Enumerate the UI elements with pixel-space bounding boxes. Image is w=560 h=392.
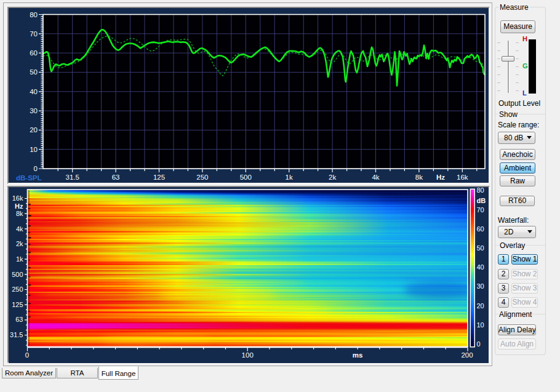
svg-text:20: 20 [30,126,38,134]
svg-text:30: 30 [477,282,484,290]
svg-text:2k: 2k [329,174,336,181]
svg-text:125: 125 [153,174,165,181]
svg-text:0: 0 [34,165,38,172]
svg-text:250: 250 [12,286,23,293]
svg-text:31.5: 31.5 [10,331,23,338]
svg-text:dB: dB [477,197,486,204]
svg-text:16k: 16k [457,174,468,181]
svg-text:63: 63 [112,174,120,181]
svg-text:80: 80 [30,11,38,18]
svg-text:8k: 8k [415,174,423,181]
svg-text:1k: 1k [286,174,293,181]
svg-text:4k: 4k [372,174,379,181]
svg-text:30: 30 [30,107,38,114]
svg-text:Hz: Hz [15,202,23,210]
svg-text:500: 500 [12,271,23,278]
svg-text:100: 100 [242,351,254,359]
svg-text:63: 63 [15,316,23,323]
svg-text:Hz: Hz [436,174,445,181]
svg-text:ms: ms [353,351,363,359]
svg-text:50: 50 [30,68,38,76]
svg-text:50: 50 [477,244,484,252]
svg-text:250: 250 [196,174,208,181]
svg-text:0: 0 [477,340,481,348]
svg-text:8k: 8k [16,210,23,217]
svg-text:16k: 16k [12,194,23,202]
svg-text:dB-SPL: dB-SPL [16,174,42,182]
svg-text:0: 0 [25,351,29,359]
svg-text:1k: 1k [16,255,23,263]
svg-text:60: 60 [477,225,484,233]
svg-text:4k: 4k [16,225,23,233]
svg-text:70: 70 [477,206,484,214]
svg-text:70: 70 [30,30,38,38]
svg-text:60: 60 [30,49,38,57]
svg-text:2k: 2k [16,240,23,247]
svg-text:125: 125 [12,301,23,308]
svg-text:40: 40 [30,88,38,95]
svg-text:20: 20 [477,302,484,310]
svg-text:40: 40 [477,263,484,271]
svg-text:500: 500 [240,174,252,181]
svg-text:10: 10 [30,146,38,153]
svg-text:10: 10 [477,321,484,329]
svg-text:31.5: 31.5 [66,174,79,181]
svg-text:200: 200 [461,351,473,359]
svg-text:80: 80 [477,187,484,194]
